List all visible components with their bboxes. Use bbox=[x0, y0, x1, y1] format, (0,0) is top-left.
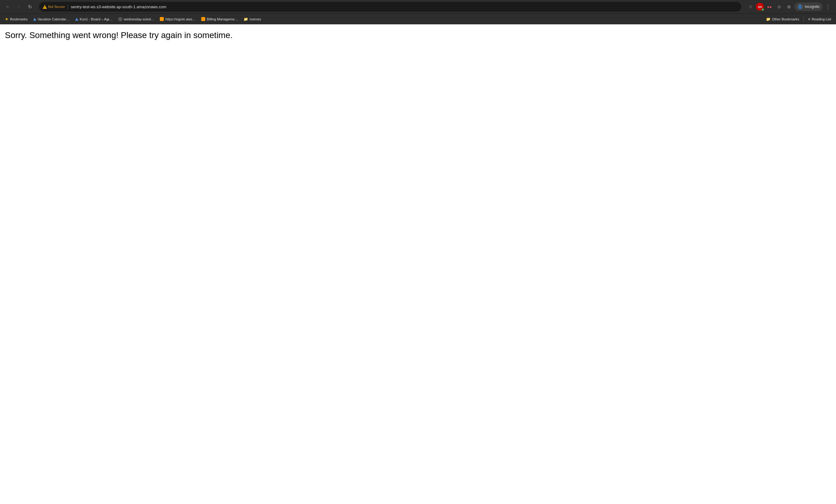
incognito-label: Incognito bbox=[805, 4, 820, 9]
github-icon bbox=[118, 17, 122, 21]
page-content: Sorry. Something went wrong! Please try … bbox=[0, 24, 836, 493]
warning-icon bbox=[43, 5, 47, 9]
folder-icon: 📁 bbox=[244, 17, 248, 21]
signin-aws-label: https://signin.aws… bbox=[165, 17, 196, 21]
address-bar[interactable]: Not Secure | sentry-test-ws.s3-website.a… bbox=[39, 2, 741, 12]
incognito-icon: 👤 bbox=[797, 4, 803, 9]
browser-chrome: ← → ↻ Not Secure | sentry-test-ws.s3-web… bbox=[0, 0, 836, 24]
menu-button[interactable]: ⋮ bbox=[824, 2, 832, 11]
billing-label: Billing Manageme… bbox=[207, 17, 238, 21]
bookmark-item-memes[interactable]: 📁 memes bbox=[241, 16, 264, 22]
reading-list-icon: ≡ bbox=[808, 17, 810, 21]
aws-icon-1 bbox=[160, 17, 164, 21]
memes-label: memes bbox=[250, 17, 261, 21]
bookmarks-divider bbox=[803, 16, 804, 22]
reading-list-label: Reading List bbox=[812, 17, 831, 21]
aws-icon-2 bbox=[201, 17, 205, 21]
nav-icons: ☆ on ●● ⊙ ⊞ 👤 Incognito ⋮ bbox=[746, 2, 832, 11]
wednesday-label: wednesday-soluti… bbox=[124, 17, 154, 21]
asana-icon-1 bbox=[33, 18, 36, 21]
error-message: Sorry. Something went wrong! Please try … bbox=[5, 31, 831, 40]
url-text: sentry-test-ws.s3-website.ap-south-1.ama… bbox=[71, 4, 738, 9]
other-bookmarks-button[interactable]: 📁 Other Bookmarks bbox=[763, 16, 802, 22]
profile-initials: on bbox=[758, 5, 762, 8]
other-bookmarks-label: Other Bookmarks bbox=[772, 17, 799, 21]
bookmark-star-button[interactable]: ☆ bbox=[746, 2, 755, 11]
sentry-icon-button[interactable]: ●● bbox=[765, 2, 774, 11]
address-separator: | bbox=[67, 4, 69, 9]
security-warning: Not Secure bbox=[43, 5, 65, 9]
nav-bar: ← → ↻ Not Secure | sentry-test-ws.s3-web… bbox=[0, 0, 836, 13]
vacation-calendar-label: Vacation Calendar… bbox=[38, 17, 70, 21]
bookmark-item-bookmarks[interactable]: ★ Bookmarks bbox=[2, 16, 30, 22]
asana-icon-2 bbox=[75, 18, 78, 21]
bookmark-item-wednesday[interactable]: wednesday-soluti… bbox=[116, 16, 157, 22]
extensions-button[interactable]: ⊞ bbox=[784, 2, 793, 11]
incognito-button[interactable]: 👤 Incognito bbox=[794, 2, 823, 11]
bookmarks-label: Bookmarks bbox=[10, 17, 28, 21]
bookmark-item-vacation-calendar[interactable]: Vacation Calendar… bbox=[31, 16, 72, 22]
profile-status-dot bbox=[761, 8, 764, 11]
bookmark-item-kun1-board[interactable]: Kun1 - Board – Agi… bbox=[73, 16, 115, 22]
profile-avatar[interactable]: on bbox=[756, 3, 764, 11]
forward-button[interactable]: → bbox=[15, 2, 23, 11]
back-button[interactable]: ← bbox=[4, 2, 12, 11]
cast-button[interactable]: ⊙ bbox=[775, 2, 783, 11]
security-label: Not Secure bbox=[48, 5, 65, 8]
bookmark-item-signin-aws[interactable]: https://signin.aws… bbox=[157, 16, 198, 22]
kun1-board-label: Kun1 - Board – Agi… bbox=[80, 17, 113, 21]
reload-button[interactable]: ↻ bbox=[25, 2, 34, 11]
other-bookmarks-folder-icon: 📁 bbox=[766, 17, 771, 21]
bookmark-item-billing[interactable]: Billing Manageme… bbox=[199, 16, 241, 22]
bookmarks-bar: ★ Bookmarks Vacation Calendar… Kun1 - Bo… bbox=[0, 13, 836, 24]
star-icon: ★ bbox=[5, 17, 8, 21]
reading-list-button[interactable]: ≡ Reading List bbox=[805, 16, 834, 22]
